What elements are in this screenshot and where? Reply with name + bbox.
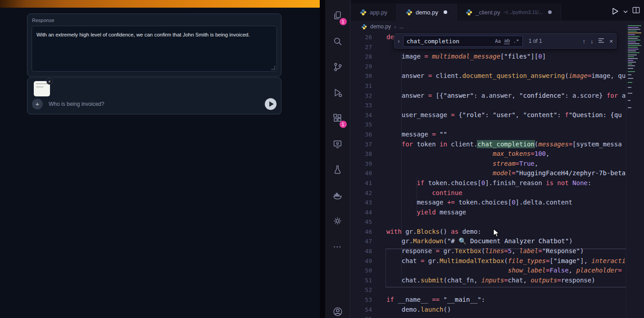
- chat-input[interactable]: Who is being invoiced?: [49, 101, 265, 107]
- line-number: 40: [351, 168, 372, 178]
- minimap-mark: [628, 58, 638, 59]
- more-actions-icon[interactable]: ⋯: [325, 234, 350, 259]
- code-line[interactable]: 32 answer = [{"answer": a.answer, "confi…: [351, 91, 626, 101]
- minimap-mark: [628, 40, 640, 41]
- code-line[interactable]: 39 stream=True,: [351, 159, 626, 169]
- tab-client-py[interactable]: _client.py ~/.../python3.11/...: [457, 4, 561, 21]
- minimap-mark: [628, 56, 634, 57]
- response-textarea[interactable]: With an extremely high level of confiden…: [32, 26, 277, 72]
- minimap-mark: [628, 36, 639, 37]
- code-line[interactable]: 33: [351, 100, 626, 110]
- next-match-icon[interactable]: ↓: [590, 38, 594, 45]
- code-line[interactable]: 42 continue: [351, 188, 626, 198]
- attachment-thumbnail[interactable]: ×: [34, 81, 50, 96]
- code-lines: 26de2728 image = multimodal_message["fil…: [351, 32, 626, 318]
- match-case-icon[interactable]: Aa: [495, 38, 501, 44]
- minimap-mark: [628, 82, 632, 83]
- run-button[interactable]: [610, 7, 619, 16]
- minimap-mark: [628, 25, 641, 26]
- source-control-icon[interactable]: [325, 54, 350, 80]
- code-text: demo.launch(): [386, 305, 451, 315]
- modified-dot[interactable]: [444, 10, 447, 14]
- line-number: 28: [351, 52, 372, 62]
- tab-demo-py[interactable]: demo.py: [397, 4, 457, 21]
- code-line[interactable]: 38 max_tokens=100,: [351, 149, 626, 159]
- code-line[interactable]: 36 message = "": [351, 130, 626, 140]
- code-line[interactable]: 49 chat = gr.MultimodalTextbox(file_type…: [351, 256, 626, 266]
- send-button[interactable]: [265, 98, 277, 110]
- code-line[interactable]: 43 message += token.choices[0].delta.con…: [351, 198, 626, 208]
- docker-icon[interactable]: [325, 182, 350, 208]
- code-line[interactable]: 34 user_message = {"role": "user", "cont…: [351, 110, 626, 120]
- run-dropdown-chevron-icon[interactable]: [623, 7, 628, 15]
- activity-bar: 1 1: [325, 0, 350, 318]
- regex-icon[interactable]: .*: [513, 38, 519, 44]
- code-text: model="HuggingFaceH4/zephyr-7b-beta: [386, 168, 626, 178]
- find-query-text: chat_completion: [407, 38, 492, 45]
- minimap-mark: [628, 93, 632, 94]
- line-number: 38: [351, 149, 372, 159]
- code-line[interactable]: 41 if token.choices[0].finish_reason is …: [351, 178, 626, 188]
- chat-input-panel: × + Who is being invoiced?: [27, 77, 281, 114]
- code-line[interactable]: 40 model="HuggingFaceH4/zephyr-7b-beta: [351, 168, 626, 178]
- resize-handle[interactable]: [271, 66, 275, 70]
- minimap[interactable]: [626, 21, 644, 318]
- add-file-button[interactable]: +: [32, 99, 43, 109]
- code-line[interactable]: 45: [351, 217, 626, 227]
- code-editor[interactable]: demo.py › ... 26de2728 image = multimoda…: [351, 21, 644, 318]
- settings-gear-icon[interactable]: [325, 208, 350, 234]
- close-icon[interactable]: ×: [609, 38, 613, 45]
- python-icon: [360, 9, 367, 16]
- minimap-mark: [628, 50, 636, 51]
- tab-path-description: ~/.../python3.11/...: [503, 9, 543, 15]
- line-number: 50: [351, 266, 372, 276]
- line-number: 41: [351, 178, 372, 188]
- code-line[interactable]: 48 response = gr.Textbox(lines=5, label=…: [351, 246, 626, 256]
- code-line[interactable]: 46with gr.Blocks() as demo:: [351, 227, 626, 237]
- search-icon[interactable]: [325, 28, 350, 54]
- remove-attachment-button[interactable]: ×: [46, 78, 53, 85]
- code-line[interactable]: 52: [351, 285, 626, 295]
- code-line[interactable]: 50 show_label=False, placeholder=: [351, 266, 626, 276]
- editor-actions: [610, 6, 640, 16]
- breadcrumb[interactable]: demo.py › ...: [351, 21, 626, 32]
- split-editor-icon[interactable]: [632, 6, 640, 16]
- code-text: de: [386, 32, 394, 42]
- code-line[interactable]: 53if __name__ == "__main__":: [351, 295, 626, 305]
- code-line[interactable]: 54 demo.launch(): [351, 305, 626, 315]
- remote-explorer-icon[interactable]: [325, 131, 350, 157]
- code-line[interactable]: 55: [351, 314, 626, 318]
- code-line[interactable]: 35: [351, 120, 626, 130]
- code-line[interactable]: 44 yield message: [351, 208, 626, 218]
- breadcrumb-more[interactable]: ...: [399, 23, 404, 30]
- modified-dot[interactable]: [548, 10, 552, 14]
- response-label: Response: [32, 18, 54, 23]
- previous-match-icon[interactable]: ↑: [582, 38, 585, 45]
- find-input[interactable]: chat_completion Aa ab .*: [403, 36, 523, 47]
- code-line[interactable]: 47 gr.Markdown("# 🔍 Document Analyzer Ch…: [351, 236, 626, 246]
- find-buttons: ↑ ↓ ×: [582, 38, 613, 45]
- explorer-icon[interactable]: 1: [325, 3, 350, 28]
- code-line[interactable]: 31: [351, 81, 626, 91]
- code-text: image = multimodal_message["files"][0]: [386, 52, 546, 62]
- code-line[interactable]: 28 image = multimodal_message["files"][0…: [351, 52, 626, 62]
- testing-flask-icon[interactable]: [325, 157, 350, 182]
- breadcrumb-file[interactable]: demo.py: [370, 23, 391, 30]
- code-line[interactable]: 30 answer = client.document_question_ans…: [351, 71, 626, 81]
- minimap-mark: [628, 107, 631, 108]
- account-icon[interactable]: [325, 299, 350, 318]
- tab-app-py[interactable]: app.py: [351, 4, 397, 21]
- code-line[interactable]: 51 chat.submit(chat_fn, inputs=chat, out…: [351, 276, 626, 286]
- tab-label: demo.py: [416, 9, 438, 16]
- screen: Response With an extremely high level of…: [0, 0, 644, 318]
- code-line[interactable]: 37 for token in client.chat_completion(m…: [351, 140, 626, 150]
- extensions-icon[interactable]: 1: [325, 105, 350, 131]
- toggle-replace-chevron-icon[interactable]: ›: [398, 37, 400, 45]
- whole-word-icon[interactable]: ab: [504, 38, 510, 44]
- code-line[interactable]: 29: [351, 62, 626, 72]
- find-in-selection-icon[interactable]: [598, 38, 604, 45]
- run-debug-icon[interactable]: [325, 80, 350, 105]
- send-icon: [269, 101, 274, 107]
- extensions-badge: 1: [340, 121, 347, 128]
- find-results-count: 1 of 1: [529, 38, 542, 44]
